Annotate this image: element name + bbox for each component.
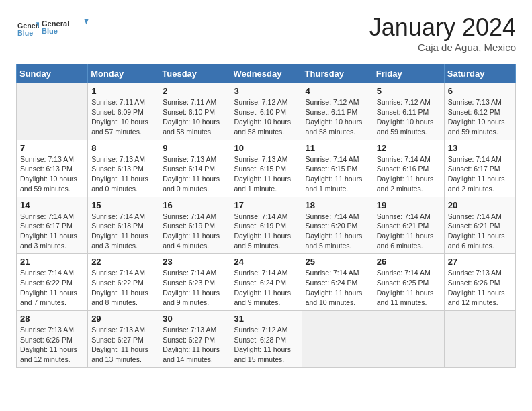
day-info: Sunrise: 7:13 AM Sunset: 6:13 PM Dayligh… (91, 154, 155, 194)
weekday-header-sunday: Sunday (17, 64, 88, 83)
calendar-cell: 14Sunrise: 7:14 AM Sunset: 6:17 PM Dayli… (17, 197, 88, 254)
calendar-cell (17, 83, 88, 140)
day-info: Sunrise: 7:14 AM Sunset: 6:21 PM Dayligh… (448, 212, 512, 251)
day-info: Sunrise: 7:14 AM Sunset: 6:23 PM Dayligh… (163, 268, 226, 308)
day-number: 22 (91, 257, 155, 267)
day-number: 1 (91, 86, 155, 96)
calendar-cell: 31Sunrise: 7:12 AM Sunset: 6:28 PM Dayli… (230, 311, 302, 368)
day-info: Sunrise: 7:14 AM Sunset: 6:16 PM Dayligh… (377, 154, 441, 194)
day-info: Sunrise: 7:13 AM Sunset: 6:14 PM Dayligh… (163, 154, 226, 194)
day-info: Sunrise: 7:14 AM Sunset: 6:19 PM Dayligh… (163, 212, 226, 251)
day-info: Sunrise: 7:13 AM Sunset: 6:12 PM Dayligh… (448, 97, 512, 137)
day-number: 12 (377, 143, 441, 153)
day-info: Sunrise: 7:14 AM Sunset: 6:15 PM Dayligh… (306, 154, 369, 194)
day-info: Sunrise: 7:14 AM Sunset: 6:21 PM Dayligh… (377, 212, 441, 251)
day-info: Sunrise: 7:11 AM Sunset: 6:10 PM Dayligh… (163, 97, 226, 137)
location: Caja de Agua, Mexico (369, 42, 516, 53)
calendar-cell: 26Sunrise: 7:14 AM Sunset: 6:25 PM Dayli… (373, 254, 444, 311)
calendar-table: SundayMondayTuesdayWednesdayThursdayFrid… (16, 64, 516, 368)
calendar-cell (302, 311, 373, 368)
calendar-cell: 9Sunrise: 7:13 AM Sunset: 6:14 PM Daylig… (159, 140, 230, 197)
calendar-cell: 15Sunrise: 7:14 AM Sunset: 6:18 PM Dayli… (88, 197, 159, 254)
day-number: 31 (234, 314, 298, 324)
calendar-week-row: 7Sunrise: 7:13 AM Sunset: 6:13 PM Daylig… (17, 140, 516, 197)
calendar-cell: 1Sunrise: 7:11 AM Sunset: 6:09 PM Daylig… (88, 83, 159, 140)
calendar-cell: 29Sunrise: 7:13 AM Sunset: 6:27 PM Dayli… (88, 311, 159, 368)
day-number: 17 (234, 200, 298, 210)
calendar-cell: 2Sunrise: 7:11 AM Sunset: 6:10 PM Daylig… (159, 83, 230, 140)
day-number: 2 (163, 86, 226, 96)
calendar-cell: 10Sunrise: 7:13 AM Sunset: 6:15 PM Dayli… (230, 140, 302, 197)
calendar-cell: 7Sunrise: 7:13 AM Sunset: 6:13 PM Daylig… (17, 140, 88, 197)
calendar-cell: 17Sunrise: 7:14 AM Sunset: 6:19 PM Dayli… (230, 197, 302, 254)
svg-marker-4 (84, 19, 89, 24)
calendar-cell (373, 311, 444, 368)
weekday-header-thursday: Thursday (302, 64, 373, 83)
day-number: 14 (20, 200, 84, 210)
day-info: Sunrise: 7:12 AM Sunset: 6:11 PM Dayligh… (306, 97, 369, 137)
day-number: 5 (377, 86, 441, 96)
title-block: January 2024 Caja de Agua, Mexico (369, 13, 516, 53)
calendar-cell (444, 311, 515, 368)
day-info: Sunrise: 7:13 AM Sunset: 6:26 PM Dayligh… (20, 325, 84, 365)
calendar-cell: 6Sunrise: 7:13 AM Sunset: 6:12 PM Daylig… (444, 83, 515, 140)
calendar-cell: 21Sunrise: 7:14 AM Sunset: 6:22 PM Dayli… (17, 254, 88, 311)
day-number: 3 (234, 86, 298, 96)
calendar-cell: 23Sunrise: 7:14 AM Sunset: 6:23 PM Dayli… (159, 254, 230, 311)
calendar-cell: 13Sunrise: 7:14 AM Sunset: 6:17 PM Dayli… (444, 140, 515, 197)
day-info: Sunrise: 7:14 AM Sunset: 6:22 PM Dayligh… (20, 268, 84, 308)
day-info: Sunrise: 7:13 AM Sunset: 6:13 PM Dayligh… (20, 154, 84, 194)
svg-text:General: General (42, 19, 69, 28)
calendar-week-row: 1Sunrise: 7:11 AM Sunset: 6:09 PM Daylig… (17, 83, 516, 140)
day-info: Sunrise: 7:14 AM Sunset: 6:18 PM Dayligh… (91, 212, 155, 251)
day-info: Sunrise: 7:13 AM Sunset: 6:26 PM Dayligh… (448, 268, 512, 308)
day-number: 24 (234, 257, 298, 267)
calendar-cell: 16Sunrise: 7:14 AM Sunset: 6:19 PM Dayli… (159, 197, 230, 254)
calendar-cell: 22Sunrise: 7:14 AM Sunset: 6:22 PM Dayli… (88, 254, 159, 311)
day-number: 9 (163, 143, 226, 153)
day-info: Sunrise: 7:14 AM Sunset: 6:24 PM Dayligh… (234, 268, 298, 308)
calendar-cell: 12Sunrise: 7:14 AM Sunset: 6:16 PM Dayli… (373, 140, 444, 197)
day-number: 15 (91, 200, 155, 210)
day-info: Sunrise: 7:12 AM Sunset: 6:10 PM Dayligh… (234, 97, 298, 137)
day-number: 23 (163, 257, 226, 267)
day-info: Sunrise: 7:14 AM Sunset: 6:19 PM Dayligh… (234, 212, 298, 251)
day-number: 13 (448, 143, 512, 153)
calendar-cell: 24Sunrise: 7:14 AM Sunset: 6:24 PM Dayli… (230, 254, 302, 311)
svg-text:Blue: Blue (42, 27, 58, 35)
weekday-header-tuesday: Tuesday (159, 64, 230, 83)
logo-svg: General Blue (42, 13, 89, 40)
day-info: Sunrise: 7:12 AM Sunset: 6:28 PM Dayligh… (234, 325, 298, 365)
calendar-cell: 3Sunrise: 7:12 AM Sunset: 6:10 PM Daylig… (230, 83, 302, 140)
day-number: 4 (306, 86, 369, 96)
calendar-cell: 19Sunrise: 7:14 AM Sunset: 6:21 PM Dayli… (373, 197, 444, 254)
day-number: 29 (91, 314, 155, 324)
day-number: 16 (163, 200, 226, 210)
calendar-week-row: 14Sunrise: 7:14 AM Sunset: 6:17 PM Dayli… (17, 197, 516, 254)
month-title: January 2024 (369, 13, 516, 42)
day-number: 21 (20, 257, 84, 267)
calendar-cell: 27Sunrise: 7:13 AM Sunset: 6:26 PM Dayli… (444, 254, 515, 311)
calendar-cell: 25Sunrise: 7:14 AM Sunset: 6:24 PM Dayli… (302, 254, 373, 311)
calendar-week-row: 21Sunrise: 7:14 AM Sunset: 6:22 PM Dayli… (17, 254, 516, 311)
logo: General Blue General Blue (16, 13, 89, 43)
calendar-cell: 28Sunrise: 7:13 AM Sunset: 6:26 PM Dayli… (17, 311, 88, 368)
day-info: Sunrise: 7:14 AM Sunset: 6:20 PM Dayligh… (306, 212, 369, 251)
calendar-cell: 8Sunrise: 7:13 AM Sunset: 6:13 PM Daylig… (88, 140, 159, 197)
day-number: 8 (91, 143, 155, 153)
calendar-cell: 20Sunrise: 7:14 AM Sunset: 6:21 PM Dayli… (444, 197, 515, 254)
weekday-header-wednesday: Wednesday (230, 64, 302, 83)
calendar-cell: 30Sunrise: 7:13 AM Sunset: 6:27 PM Dayli… (159, 311, 230, 368)
day-number: 30 (163, 314, 226, 324)
calendar-cell: 18Sunrise: 7:14 AM Sunset: 6:20 PM Dayli… (302, 197, 373, 254)
day-info: Sunrise: 7:14 AM Sunset: 6:22 PM Dayligh… (91, 268, 155, 308)
calendar-week-row: 28Sunrise: 7:13 AM Sunset: 6:26 PM Dayli… (17, 311, 516, 368)
day-info: Sunrise: 7:11 AM Sunset: 6:09 PM Dayligh… (91, 97, 155, 137)
calendar-cell: 11Sunrise: 7:14 AM Sunset: 6:15 PM Dayli… (302, 140, 373, 197)
day-info: Sunrise: 7:14 AM Sunset: 6:24 PM Dayligh… (306, 268, 369, 308)
day-info: Sunrise: 7:13 AM Sunset: 6:27 PM Dayligh… (163, 325, 226, 365)
day-info: Sunrise: 7:13 AM Sunset: 6:15 PM Dayligh… (234, 154, 298, 194)
day-info: Sunrise: 7:12 AM Sunset: 6:11 PM Dayligh… (377, 97, 441, 137)
day-number: 6 (448, 86, 512, 96)
weekday-header-row: SundayMondayTuesdayWednesdayThursdayFrid… (17, 64, 516, 83)
